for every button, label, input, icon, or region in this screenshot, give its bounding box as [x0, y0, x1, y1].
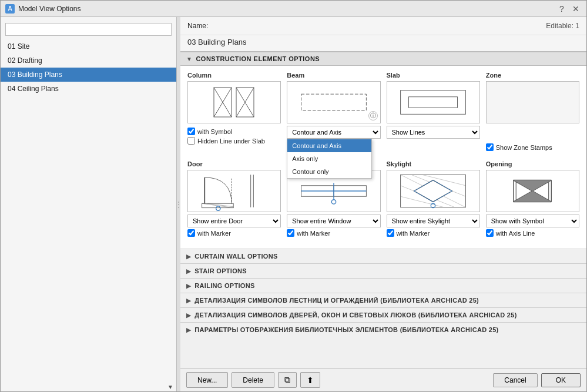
beam-dropdown[interactable]: Contour and Axis Axis only Contour only	[287, 126, 380, 139]
opening-with-axis-checkbox[interactable]: with Axis Line	[486, 229, 579, 237]
bottom-left-buttons: New... Delete ⧉ ⬆	[186, 372, 320, 388]
slab-dropdown[interactable]: Show Lines	[387, 126, 480, 139]
delete-button[interactable]: Delete	[232, 372, 274, 388]
zone-element: Zone Show Zone Stamps	[486, 72, 579, 151]
sidebar-item-01-site[interactable]: 01 Site	[1, 39, 176, 53]
name-row: Name: Editable: 1	[180, 17, 586, 35]
bottom-right-buttons: Cancel OK	[493, 373, 581, 387]
skylight-preview	[387, 170, 480, 212]
column-hidden-line-checkbox[interactable]: Hidden Line under Slab	[187, 137, 281, 145]
construction-section-header[interactable]: ▼ CONSTRUCTION ELEMENT OPTIONS	[180, 52, 586, 66]
construction-section-arrow: ▼	[186, 56, 192, 62]
window-content: 01 Site 02 Drafting 03 Building Plans 04…	[1, 17, 586, 391]
door-label: Door	[187, 160, 281, 167]
sidebar-item-04-ceiling-plans[interactable]: 04 Ceiling Plans	[1, 82, 176, 96]
editable-label: Editable: 1	[546, 22, 579, 30]
door-library-section[interactable]: ▶ ДЕТАЛИЗАЦИЯ СИМВОЛОВ ДВЕРЕЙ, ОКОН И СВ…	[180, 307, 586, 322]
slab-svg	[398, 85, 468, 120]
window-title: Model View Options	[18, 5, 81, 13]
opening-with-axis-check[interactable]	[486, 229, 494, 237]
svg-point-21	[331, 200, 336, 204]
window-with-marker-checkbox[interactable]: with Marker	[287, 229, 380, 237]
column-preview	[187, 81, 281, 123]
column-element: Column	[187, 72, 281, 151]
zone-label: Zone	[486, 72, 579, 79]
construction-section-content: Column	[180, 66, 586, 249]
column-with-symbol-check[interactable]	[187, 128, 195, 135]
duplicate-button[interactable]: ⧉	[278, 372, 297, 388]
window-with-marker-check[interactable]	[287, 229, 294, 237]
search-bar	[1, 19, 176, 39]
opening-dropdown[interactable]: Show with Symbol	[486, 215, 579, 227]
skylight-element: Skylight	[387, 160, 480, 237]
zone-show-stamps-checkbox[interactable]: Show Zone Stamps	[486, 143, 579, 151]
beam-preview: ⓘ	[287, 81, 380, 123]
skylight-with-marker-check[interactable]	[387, 229, 394, 237]
export-button[interactable]: ⬆	[300, 372, 320, 388]
main-panel: Name: Editable: 1 03 Building Plans ▼ CO…	[180, 17, 586, 391]
help-button[interactable]: ?	[556, 3, 568, 15]
view-name-value: 03 Building Plans	[180, 35, 586, 52]
door-library-arrow: ▶	[186, 312, 191, 319]
door-with-marker-check[interactable]	[187, 229, 195, 237]
slab-element: Slab Show Lines	[387, 72, 480, 151]
svg-rect-7	[401, 91, 466, 115]
scroll-down-arrow[interactable]: ▼	[167, 383, 174, 390]
stair-library-section[interactable]: ▶ ДЕТАЛИЗАЦИЯ СИМВОЛОВ ЛЕСТНИЦ И ОГРАЖДЕ…	[180, 293, 586, 307]
door-element: Door	[187, 160, 281, 237]
beam-dropdown-container: Contour and Axis Axis only Contour only …	[287, 126, 380, 139]
title-bar-left: A Model View Options	[5, 4, 81, 14]
window-dropdown[interactable]: Show entire Window	[287, 215, 380, 227]
stair-library-arrow: ▶	[186, 297, 191, 304]
svg-marker-28	[414, 180, 452, 202]
title-bar: A Model View Options ? ✕	[1, 1, 586, 17]
beam-option-contour-axis-item[interactable]: Contour and Axis	[287, 139, 371, 152]
cancel-button[interactable]: Cancel	[493, 373, 537, 387]
panel-content: ▼ CONSTRUCTION ELEMENT OPTIONS Column	[180, 52, 586, 368]
column-label: Column	[187, 72, 281, 79]
beam-option-contour-only-item[interactable]: Contour only	[287, 165, 371, 178]
app-icon: A	[5, 4, 15, 14]
svg-rect-6	[301, 94, 366, 110]
opening-preview	[486, 170, 579, 212]
ok-button[interactable]: OK	[541, 373, 581, 387]
railing-arrow: ▶	[186, 283, 191, 289]
door-dropdown[interactable]: Show entire Door	[187, 215, 281, 227]
collapsed-sections: ▶ CURTAIN WALL OPTIONS ▶ STAIR OPTIONS ▶…	[180, 249, 586, 337]
slab-label: Slab	[387, 72, 480, 79]
name-section: Name: Editable: 1 03 Building Plans	[180, 17, 586, 52]
construction-section-label: CONSTRUCTION ELEMENT OPTIONS	[196, 55, 320, 62]
beam-option-axis-only-item[interactable]: Axis only	[287, 152, 371, 165]
new-button[interactable]: New...	[186, 372, 228, 388]
zone-show-stamps-check[interactable]	[486, 143, 494, 151]
door-with-marker-checkbox[interactable]: with Marker	[187, 229, 281, 237]
column-with-symbol-checkbox[interactable]: with Symbol	[187, 128, 281, 135]
beam-info-icon[interactable]: ⓘ	[368, 111, 378, 120]
sidebar: 01 Site 02 Drafting 03 Building Plans 04…	[1, 17, 177, 391]
skylight-dropdown[interactable]: Show entire Skylight	[387, 215, 480, 227]
window-controls: ? ✕	[556, 3, 582, 15]
stair-section[interactable]: ▶ STAIR OPTIONS	[180, 263, 586, 278]
door-svg	[199, 170, 270, 212]
opening-element: Opening	[486, 160, 579, 237]
curtain-wall-arrow: ▶	[186, 253, 191, 260]
railing-section[interactable]: ▶ RAILING OPTIONS	[180, 278, 586, 293]
column-hidden-line-check[interactable]	[187, 137, 195, 145]
sidebar-item-02-drafting[interactable]: 02 Drafting	[1, 53, 176, 68]
curtain-wall-section[interactable]: ▶ CURTAIN WALL OPTIONS	[180, 249, 586, 263]
construction-elements-grid: Column	[187, 72, 579, 151]
params-library-section[interactable]: ▶ ПАРАМЕТРЫ ОТОБРАЖЕНИЯ БИБЛИОТЕЧНЫХ ЭЛЕ…	[180, 322, 586, 337]
elements-second-row: Door	[187, 160, 579, 237]
params-library-arrow: ▶	[186, 327, 191, 333]
skylight-with-marker-checkbox[interactable]: with Marker	[387, 229, 480, 237]
zone-preview	[486, 81, 579, 123]
slab-preview	[387, 81, 480, 123]
skylight-svg	[398, 170, 468, 212]
beam-element: Beam ⓘ Contour an	[287, 72, 380, 151]
search-input[interactable]	[5, 23, 172, 36]
opening-label: Opening	[486, 160, 579, 167]
sidebar-item-03-building-plans[interactable]: 03 Building Plans	[1, 68, 176, 82]
close-button[interactable]: ✕	[570, 3, 582, 15]
svg-rect-8	[409, 97, 458, 108]
beam-label: Beam	[287, 72, 380, 79]
